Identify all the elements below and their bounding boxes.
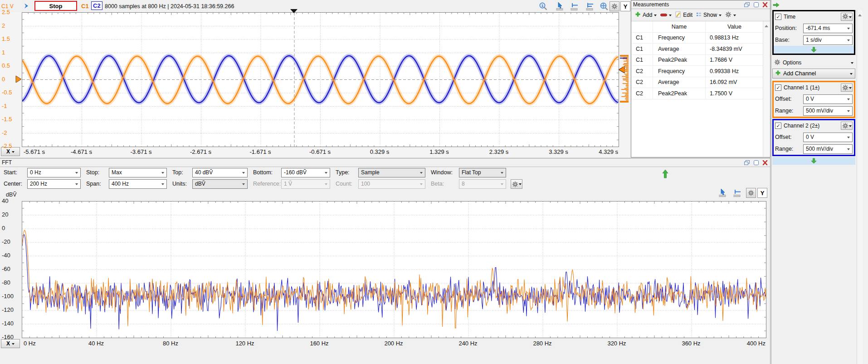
restore-window-icon[interactable] xyxy=(744,160,750,166)
show-measurement-button[interactable]: Show xyxy=(695,11,723,20)
tab-channel2[interactable]: C2 xyxy=(91,1,102,10)
pointer-cursor-icon[interactable] xyxy=(556,2,565,11)
panel-scrollbar[interactable] xyxy=(857,10,863,364)
x-cursor-icon[interactable] xyxy=(733,188,742,197)
fft-start-combo[interactable]: 0 Hz xyxy=(27,168,81,177)
add-measurement-button[interactable]: Add xyxy=(634,10,658,20)
fft-x-tick-label: 160 Hz xyxy=(310,340,328,347)
fft-reference-combo[interactable]: 1 Ṽ xyxy=(281,179,330,189)
measurements-header-value: Value xyxy=(705,21,763,32)
measurements-titlebar: Measurements xyxy=(631,0,770,9)
fft-control-label: Start: xyxy=(3,169,24,176)
fft-y-tick-label: -40 xyxy=(2,252,20,259)
scroll-up-icon xyxy=(765,23,768,27)
fft-x-tick-label: 40 Hz xyxy=(88,340,104,347)
minus-icon xyxy=(660,14,667,16)
scroll-up-arrow-icon[interactable] xyxy=(662,169,668,180)
plus-icon xyxy=(775,70,781,77)
close-window-icon[interactable] xyxy=(762,160,768,166)
fft-window-combo[interactable]: Flat Top xyxy=(459,168,506,177)
options-row[interactable]: Options xyxy=(772,58,855,67)
maximize-window-icon[interactable] xyxy=(753,160,759,166)
channels-expand-bar[interactable] xyxy=(772,157,855,165)
fft-span-combo[interactable]: 400 Hz xyxy=(109,179,167,189)
fft-beta-combo[interactable]: 8 xyxy=(459,179,506,189)
time-settings-button[interactable] xyxy=(841,13,853,21)
measurement-value: -8.34839 mV xyxy=(705,44,763,54)
fft-top-combo[interactable]: 40 dBṼ xyxy=(192,168,248,177)
channel-2-offset-combo[interactable]: 0 V xyxy=(803,133,853,142)
measurement-channel: C1 xyxy=(632,34,653,41)
fft-center-combo[interactable]: 200 Hz xyxy=(27,179,81,189)
channel-1-offset-label: Offset: xyxy=(775,96,803,102)
channel-2-offset-label: Offset: xyxy=(775,134,803,140)
time-base-combo[interactable]: 1 s/div xyxy=(803,35,853,45)
edit-measurement-button[interactable]: Edit xyxy=(674,10,694,20)
measurement-row[interactable]: C1Average-8.34839 mV xyxy=(632,44,763,55)
scope-x-tick-label: -5.671 s xyxy=(24,148,45,155)
scope-x-tick-label: 2.329 s xyxy=(489,148,509,155)
panel-collapse-arrow-icon[interactable] xyxy=(773,2,780,9)
time-position-label: Position: xyxy=(775,25,803,31)
channel-1-settings-button[interactable] xyxy=(841,84,853,92)
fft-x-tick-label: 0 Hz xyxy=(24,340,36,347)
trigger-position-marker[interactable] xyxy=(290,9,297,13)
measurement-row[interactable]: C2Frequency0.99338 Hz xyxy=(632,66,763,77)
measurements-scrollbar[interactable] xyxy=(763,21,770,157)
run-icon[interactable] xyxy=(24,2,31,11)
time-enable-checkbox[interactable]: ✓ xyxy=(775,14,781,20)
time-group-title: Time xyxy=(784,14,795,20)
fft-units-combo[interactable]: dBṼ xyxy=(192,179,248,189)
fft-plot-area[interactable] xyxy=(22,201,766,338)
scope-y-tick-label: -0.5 xyxy=(2,89,20,96)
x-cursor-icon[interactable] xyxy=(571,2,580,11)
measurement-row[interactable]: C2Average16.092 mV xyxy=(632,77,763,89)
channel-2-settings-button[interactable] xyxy=(841,122,853,130)
scope-y-axis-button[interactable]: Y xyxy=(620,1,630,11)
channel-2-range-combo[interactable]: 500 mV/div xyxy=(803,144,853,154)
measurements-settings-button[interactable] xyxy=(724,10,737,20)
scope-plot-settings-button[interactable] xyxy=(610,1,619,11)
fft-x-tick-label: 200 Hz xyxy=(384,340,403,347)
zoom-one-icon[interactable]: 1 xyxy=(539,2,548,11)
fft-bottom-combo[interactable]: -160 dBṼ xyxy=(281,168,330,177)
channel-1-enable-checkbox[interactable]: ✓ xyxy=(775,84,781,91)
fft-settings-button[interactable] xyxy=(511,179,522,189)
time-position-combo[interactable]: -671.4 ms xyxy=(803,24,853,33)
pointer-cursor-icon[interactable] xyxy=(719,188,728,197)
fft-plot-settings-button[interactable] xyxy=(746,188,756,198)
restore-window-icon[interactable] xyxy=(744,2,750,8)
measurement-row[interactable]: C1Peak2Peak1.7686 V xyxy=(632,55,763,66)
close-window-icon[interactable] xyxy=(762,2,768,8)
measurements-panel: Measurements Add Edit Show NameValueC1Fr… xyxy=(631,0,770,157)
y-cursor-icon[interactable] xyxy=(586,2,595,11)
chevron-down-icon xyxy=(12,343,15,346)
fft-count-combo[interactable]: 100 xyxy=(358,179,425,189)
channel-2-enable-checkbox[interactable]: ✓ xyxy=(775,123,781,129)
tab-channel1[interactable]: C1 xyxy=(81,3,89,10)
channel-1-offset-combo[interactable]: 0 V xyxy=(803,94,853,104)
remove-measurement-button[interactable] xyxy=(659,12,673,19)
add-channel-button[interactable]: Add Channel xyxy=(772,69,855,79)
scope-x-tick-label: -1.671 s xyxy=(250,148,271,155)
fft-control-label: Type: xyxy=(335,169,356,176)
channel-1-range-combo[interactable]: 500 mV/div xyxy=(803,106,853,116)
fft-y-tick-label: -160 xyxy=(2,334,20,340)
fft-x-axis-button[interactable]: X xyxy=(1,339,20,348)
scope-y-tick-label: -2.5 xyxy=(2,143,20,149)
fft-y-axis-button[interactable]: Y xyxy=(757,188,767,198)
stop-button[interactable]: Stop xyxy=(34,1,77,11)
scope-y-tick-label: 2.5 xyxy=(2,9,20,15)
zoom-fit-icon[interactable] xyxy=(600,2,609,11)
options-label: Options xyxy=(783,59,801,66)
measurement-row[interactable]: C1Frequency0.98813 Hz xyxy=(632,33,763,44)
maximize-window-icon[interactable] xyxy=(753,2,759,8)
time-expand-bar[interactable] xyxy=(774,46,854,54)
fft-type-combo[interactable]: Sample xyxy=(358,168,425,177)
chevron-down-icon xyxy=(850,73,853,76)
fft-x-tick-label: 400 Hz xyxy=(747,340,766,347)
measurement-row[interactable]: C2Peak2Peak1.7500 V xyxy=(632,88,763,99)
scope-plot-area[interactable] xyxy=(22,12,619,147)
scope-x-tick-label: -4.671 s xyxy=(71,148,92,155)
fft-stop-combo[interactable]: Max xyxy=(109,168,167,177)
